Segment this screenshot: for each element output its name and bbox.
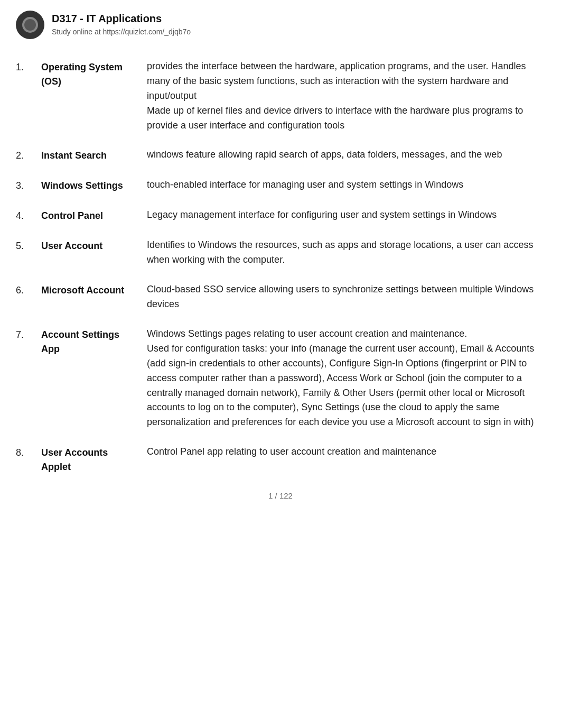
term-word: Instant Search bbox=[41, 148, 147, 163]
term-word: Account Settings App bbox=[41, 327, 147, 356]
term-row: 8.User Accounts AppletControl Panel app … bbox=[16, 445, 545, 474]
term-definition: Legacy management interface for configur… bbox=[147, 208, 545, 223]
term-number: 4. bbox=[16, 208, 41, 223]
logo-inner-circle bbox=[22, 17, 38, 33]
terms-list: 1.Operating System (OS)provides the inte… bbox=[16, 59, 545, 474]
term-word: User Account bbox=[41, 238, 147, 253]
term-word: User Accounts Applet bbox=[41, 445, 147, 474]
term-number: 3. bbox=[16, 178, 41, 193]
term-definition: touch-enabled interface for managing use… bbox=[147, 178, 545, 192]
term-row: 5.User AccountIdentifies to Windows the … bbox=[16, 238, 545, 268]
term-number: 1. bbox=[16, 59, 41, 75]
term-definition: windows feature allowing rapid search of… bbox=[147, 148, 545, 162]
term-definition: Cloud-based SSO service allowing users t… bbox=[147, 282, 545, 312]
term-row: 3.Windows Settingstouch-enabled interfac… bbox=[16, 178, 545, 193]
term-word: Microsoft Account bbox=[41, 282, 147, 298]
page-subtitle: Study online at https://quizlet.com/_djq… bbox=[52, 26, 191, 38]
term-word: Control Panel bbox=[41, 208, 147, 223]
page-number: 1 / 122 bbox=[268, 491, 293, 500]
term-number: 5. bbox=[16, 238, 41, 253]
term-row: 7.Account Settings AppWindows Settings p… bbox=[16, 327, 545, 430]
term-row: 1.Operating System (OS)provides the inte… bbox=[16, 59, 545, 133]
term-word: Operating System (OS) bbox=[41, 59, 147, 89]
term-number: 7. bbox=[16, 327, 41, 342]
page-footer: 1 / 122 bbox=[16, 490, 545, 502]
quizlet-logo bbox=[16, 11, 44, 39]
page-title: D317 - IT Applications bbox=[52, 11, 191, 26]
term-number: 2. bbox=[16, 148, 41, 163]
term-definition: provides the interface between the hardw… bbox=[147, 59, 545, 133]
term-number: 6. bbox=[16, 282, 41, 298]
term-row: 2.Instant Searchwindows feature allowing… bbox=[16, 148, 545, 163]
term-definition: Identifies to Windows the resources, suc… bbox=[147, 238, 545, 268]
term-definition: Windows Settings pages relating to user … bbox=[147, 327, 545, 430]
term-row: 4.Control PanelLegacy management interfa… bbox=[16, 208, 545, 223]
term-word: Windows Settings bbox=[41, 178, 147, 193]
term-definition: Control Panel app relating to user accou… bbox=[147, 445, 545, 459]
header-text-block: D317 - IT Applications Study online at h… bbox=[52, 11, 191, 38]
page-header: D317 - IT Applications Study online at h… bbox=[16, 11, 545, 44]
term-number: 8. bbox=[16, 445, 41, 460]
term-row: 6.Microsoft AccountCloud-based SSO servi… bbox=[16, 282, 545, 312]
